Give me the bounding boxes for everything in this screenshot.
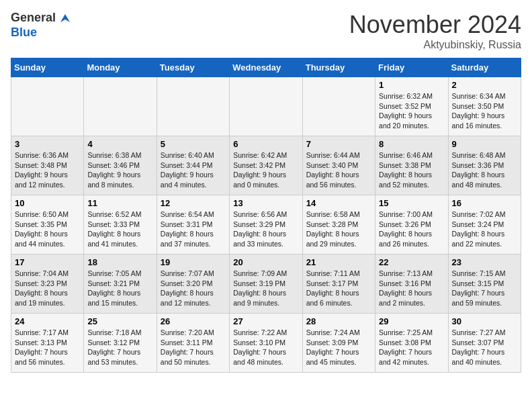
calendar-cell: 8Sunrise: 6:46 AM Sunset: 3:38 PM Daylig… bbox=[375, 136, 448, 195]
header-sunday: Sunday bbox=[11, 58, 84, 77]
calendar-cell: 29Sunrise: 7:25 AM Sunset: 3:08 PM Dayli… bbox=[375, 314, 448, 373]
logo-bird-icon bbox=[60, 13, 70, 23]
day-number: 3 bbox=[15, 139, 80, 149]
day-number: 15 bbox=[379, 198, 444, 208]
calendar-cell: 13Sunrise: 6:56 AM Sunset: 3:29 PM Dayli… bbox=[230, 195, 302, 255]
day-info: Sunrise: 7:27 AM Sunset: 3:07 PM Dayligh… bbox=[452, 328, 517, 367]
calendar-cell: 25Sunrise: 7:18 AM Sunset: 3:12 PM Dayli… bbox=[84, 314, 157, 373]
day-info: Sunrise: 7:13 AM Sunset: 3:16 PM Dayligh… bbox=[379, 269, 444, 308]
day-number: 9 bbox=[452, 139, 517, 149]
day-number: 28 bbox=[306, 316, 371, 326]
calendar-cell: 20Sunrise: 7:09 AM Sunset: 3:19 PM Dayli… bbox=[230, 255, 302, 314]
svg-marker-0 bbox=[60, 14, 70, 22]
page-header: General Blue November 2024 Aktyubinskiy,… bbox=[11, 11, 521, 51]
calendar-cell: 22Sunrise: 7:13 AM Sunset: 3:16 PM Dayli… bbox=[375, 255, 448, 314]
calendar-table: Sunday Monday Tuesday Wednesday Thursday… bbox=[11, 58, 521, 373]
day-number: 7 bbox=[306, 139, 371, 149]
calendar-cell: 19Sunrise: 7:07 AM Sunset: 3:20 PM Dayli… bbox=[157, 255, 229, 314]
day-number: 6 bbox=[233, 139, 298, 149]
day-info: Sunrise: 7:25 AM Sunset: 3:08 PM Dayligh… bbox=[379, 328, 444, 367]
day-info: Sunrise: 7:07 AM Sunset: 3:20 PM Dayligh… bbox=[161, 269, 226, 308]
day-number: 10 bbox=[15, 198, 80, 208]
calendar-cell: 15Sunrise: 7:00 AM Sunset: 3:26 PM Dayli… bbox=[375, 195, 448, 255]
day-number: 17 bbox=[15, 257, 80, 267]
day-number: 16 bbox=[452, 198, 517, 208]
week-row-3: 17Sunrise: 7:04 AM Sunset: 3:23 PM Dayli… bbox=[11, 255, 521, 314]
day-info: Sunrise: 6:34 AM Sunset: 3:50 PM Dayligh… bbox=[452, 91, 517, 131]
day-number: 25 bbox=[87, 316, 152, 326]
day-number: 8 bbox=[379, 139, 444, 149]
calendar-cell: 16Sunrise: 7:02 AM Sunset: 3:24 PM Dayli… bbox=[448, 195, 521, 255]
day-info: Sunrise: 6:32 AM Sunset: 3:52 PM Dayligh… bbox=[379, 91, 444, 131]
header-saturday: Saturday bbox=[448, 58, 521, 77]
calendar-cell: 6Sunrise: 6:42 AM Sunset: 3:42 PM Daylig… bbox=[230, 136, 302, 195]
calendar-cell: 30Sunrise: 7:27 AM Sunset: 3:07 PM Dayli… bbox=[448, 314, 521, 373]
calendar-cell: 24Sunrise: 7:17 AM Sunset: 3:13 PM Dayli… bbox=[11, 314, 84, 373]
header-row: Sunday Monday Tuesday Wednesday Thursday… bbox=[11, 58, 521, 77]
calendar-cell: 1Sunrise: 6:32 AM Sunset: 3:52 PM Daylig… bbox=[375, 77, 448, 136]
calendar-cell: 2Sunrise: 6:34 AM Sunset: 3:50 PM Daylig… bbox=[448, 77, 521, 136]
header-thursday: Thursday bbox=[302, 58, 375, 77]
calendar-cell: 27Sunrise: 7:22 AM Sunset: 3:10 PM Dayli… bbox=[230, 314, 302, 373]
calendar-cell: 21Sunrise: 7:11 AM Sunset: 3:17 PM Dayli… bbox=[302, 255, 375, 314]
day-number: 24 bbox=[15, 316, 80, 326]
day-number: 27 bbox=[233, 316, 298, 326]
day-number: 4 bbox=[87, 139, 152, 149]
day-number: 5 bbox=[161, 139, 226, 149]
header-friday: Friday bbox=[375, 58, 448, 77]
day-info: Sunrise: 6:46 AM Sunset: 3:38 PM Dayligh… bbox=[379, 150, 444, 190]
day-info: Sunrise: 7:20 AM Sunset: 3:11 PM Dayligh… bbox=[161, 328, 226, 367]
calendar-cell: 7Sunrise: 6:44 AM Sunset: 3:40 PM Daylig… bbox=[302, 136, 375, 195]
calendar-cell: 3Sunrise: 6:36 AM Sunset: 3:48 PM Daylig… bbox=[11, 136, 84, 195]
day-number: 20 bbox=[233, 257, 298, 267]
header-monday: Monday bbox=[84, 58, 157, 77]
logo-general: General bbox=[11, 11, 56, 24]
day-info: Sunrise: 6:50 AM Sunset: 3:35 PM Dayligh… bbox=[15, 210, 80, 249]
calendar-cell bbox=[157, 77, 229, 136]
calendar-cell: 12Sunrise: 6:54 AM Sunset: 3:31 PM Dayli… bbox=[157, 195, 229, 255]
day-number: 23 bbox=[452, 257, 517, 267]
day-info: Sunrise: 6:40 AM Sunset: 3:44 PM Dayligh… bbox=[161, 150, 226, 190]
calendar-cell bbox=[230, 77, 302, 136]
calendar-cell: 18Sunrise: 7:05 AM Sunset: 3:21 PM Dayli… bbox=[84, 255, 157, 314]
header-wednesday: Wednesday bbox=[230, 58, 302, 77]
day-number: 30 bbox=[452, 316, 517, 326]
calendar-header: Sunday Monday Tuesday Wednesday Thursday… bbox=[11, 58, 521, 77]
calendar-cell: 5Sunrise: 6:40 AM Sunset: 3:44 PM Daylig… bbox=[157, 136, 229, 195]
calendar-cell: 4Sunrise: 6:38 AM Sunset: 3:46 PM Daylig… bbox=[84, 136, 157, 195]
day-info: Sunrise: 7:18 AM Sunset: 3:12 PM Dayligh… bbox=[87, 328, 152, 367]
calendar-cell bbox=[11, 77, 84, 136]
day-info: Sunrise: 6:42 AM Sunset: 3:42 PM Dayligh… bbox=[233, 150, 298, 190]
calendar-cell: 11Sunrise: 6:52 AM Sunset: 3:33 PM Dayli… bbox=[84, 195, 157, 255]
calendar-cell: 17Sunrise: 7:04 AM Sunset: 3:23 PM Dayli… bbox=[11, 255, 84, 314]
day-info: Sunrise: 7:00 AM Sunset: 3:26 PM Dayligh… bbox=[379, 210, 444, 249]
day-info: Sunrise: 7:15 AM Sunset: 3:15 PM Dayligh… bbox=[452, 269, 517, 308]
day-info: Sunrise: 6:52 AM Sunset: 3:33 PM Dayligh… bbox=[87, 210, 152, 249]
calendar-cell bbox=[302, 77, 375, 136]
day-info: Sunrise: 7:11 AM Sunset: 3:17 PM Dayligh… bbox=[306, 269, 371, 308]
month-title: November 2024 bbox=[349, 11, 521, 39]
day-info: Sunrise: 6:58 AM Sunset: 3:28 PM Dayligh… bbox=[306, 210, 371, 249]
day-number: 26 bbox=[161, 316, 226, 326]
day-info: Sunrise: 6:44 AM Sunset: 3:40 PM Dayligh… bbox=[306, 150, 371, 190]
day-number: 1 bbox=[379, 80, 444, 90]
week-row-2: 10Sunrise: 6:50 AM Sunset: 3:35 PM Dayli… bbox=[11, 195, 521, 255]
week-row-0: 1Sunrise: 6:32 AM Sunset: 3:52 PM Daylig… bbox=[11, 77, 521, 136]
day-info: Sunrise: 7:17 AM Sunset: 3:13 PM Dayligh… bbox=[15, 328, 80, 367]
day-info: Sunrise: 7:02 AM Sunset: 3:24 PM Dayligh… bbox=[452, 210, 517, 249]
day-number: 18 bbox=[87, 257, 152, 267]
calendar-cell: 23Sunrise: 7:15 AM Sunset: 3:15 PM Dayli… bbox=[448, 255, 521, 314]
calendar-cell: 28Sunrise: 7:24 AM Sunset: 3:09 PM Dayli… bbox=[302, 314, 375, 373]
day-info: Sunrise: 6:56 AM Sunset: 3:29 PM Dayligh… bbox=[233, 210, 298, 249]
title-block: November 2024 Aktyubinskiy, Russia bbox=[349, 11, 521, 51]
logo-blue: Blue bbox=[11, 26, 70, 40]
day-info: Sunrise: 6:38 AM Sunset: 3:46 PM Dayligh… bbox=[87, 150, 152, 190]
day-info: Sunrise: 6:36 AM Sunset: 3:48 PM Dayligh… bbox=[15, 150, 80, 190]
day-info: Sunrise: 7:24 AM Sunset: 3:09 PM Dayligh… bbox=[306, 328, 371, 367]
calendar-cell: 26Sunrise: 7:20 AM Sunset: 3:11 PM Dayli… bbox=[157, 314, 229, 373]
week-row-1: 3Sunrise: 6:36 AM Sunset: 3:48 PM Daylig… bbox=[11, 136, 521, 195]
day-info: Sunrise: 7:05 AM Sunset: 3:21 PM Dayligh… bbox=[87, 269, 152, 308]
calendar-cell bbox=[84, 77, 157, 136]
day-info: Sunrise: 7:09 AM Sunset: 3:19 PM Dayligh… bbox=[233, 269, 298, 308]
location: Aktyubinskiy, Russia bbox=[349, 39, 521, 51]
